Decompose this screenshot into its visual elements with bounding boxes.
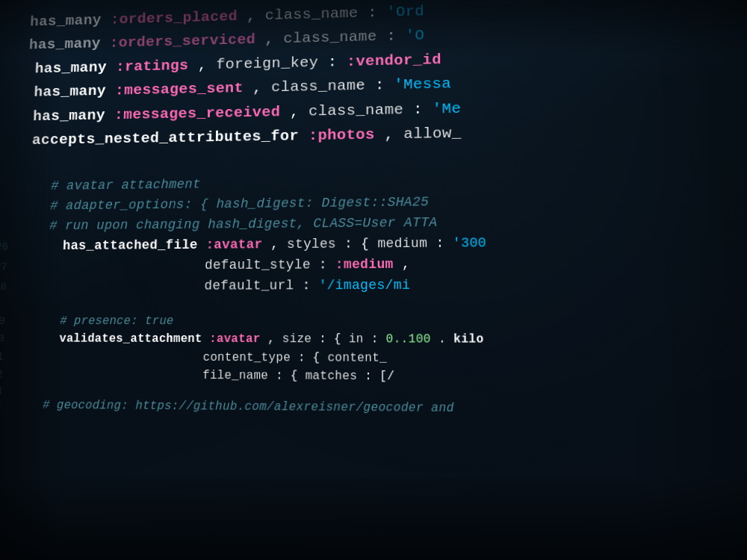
line-34-geocoding: 34 # geocoding: https://github.com/alexr… bbox=[0, 396, 747, 421]
screen: has_many :orders_placed , class_name : '… bbox=[0, 0, 747, 560]
line-blank-2 bbox=[0, 296, 747, 312]
line-29-comment-presence: 29 # presence: true bbox=[0, 313, 747, 331]
line-30-validates: 30 validates_attachment :avatar , size :… bbox=[0, 331, 747, 349]
line-27-default-style: 27 default_style : :medium , bbox=[0, 252, 747, 276]
line-31-content-type: 31 content_type : { content_ bbox=[0, 349, 747, 369]
line-28-default-url: 28 default_url : '/images/mi bbox=[0, 274, 747, 296]
code-block: has_many :orders_placed , class_name : '… bbox=[0, 0, 747, 422]
code-container: has_many :orders_placed , class_name : '… bbox=[1, 0, 747, 560]
